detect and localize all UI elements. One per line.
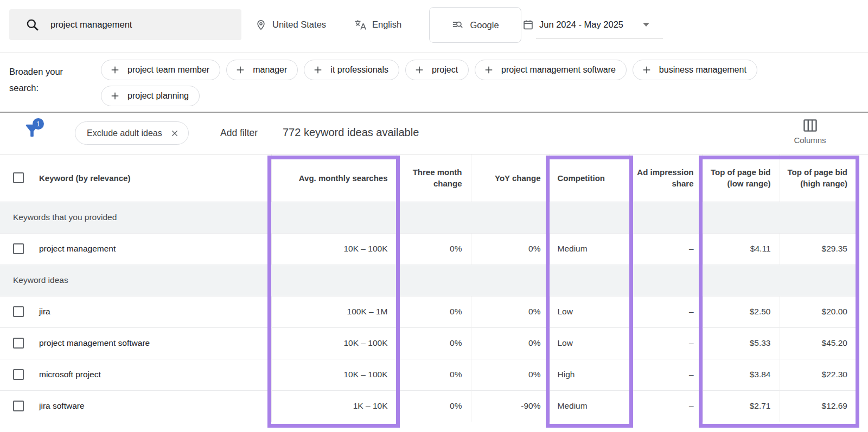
cell-yoy-change: 0% — [471, 233, 550, 265]
keyword-ideas-table: Keyword (by relevance) Avg. monthly sear… — [0, 154, 856, 422]
language-selector[interactable]: English — [354, 9, 401, 40]
plus-icon — [641, 65, 652, 75]
remove-filter-icon[interactable] — [170, 129, 179, 138]
cell-competition: Low — [550, 296, 629, 327]
keyword-text[interactable]: jira software — [39, 401, 85, 411]
column-header-ad-impression-share[interactable]: Ad impression share — [629, 154, 703, 202]
keyword-text[interactable]: jira — [39, 307, 50, 317]
column-header-top-of-page-bid-low[interactable]: Top of page bid (low range) — [703, 154, 780, 202]
search-input[interactable] — [50, 20, 229, 30]
column-header-three-month-change[interactable]: Three month change — [397, 154, 471, 202]
section-row: Keywords that you provided — [0, 202, 856, 233]
cell-bid-high: $22.30 — [780, 359, 856, 390]
date-range-label: Jun 2024 - May 2025 — [539, 20, 623, 30]
column-header-top-of-page-bid-high[interactable]: Top of page bid (high range) — [780, 154, 856, 202]
translate-icon — [354, 18, 367, 31]
keyword-text[interactable]: project management software — [39, 338, 150, 348]
cell-yoy-change: 0% — [471, 327, 550, 359]
calendar-icon — [522, 19, 534, 30]
columns-label: Columns — [794, 136, 826, 145]
row-checkbox[interactable] — [13, 369, 24, 380]
cell-three-month-change: 0% — [397, 390, 471, 422]
broaden-chip-label: manager — [253, 65, 287, 75]
broaden-chip[interactable]: it professionals — [304, 60, 399, 80]
cell-yoy-change: 0% — [471, 359, 550, 390]
keyword-planner-page: United States English Google — [0, 0, 868, 432]
active-filter-chip[interactable]: Exclude adult ideas — [75, 121, 189, 145]
broaden-chip-label: project team member — [127, 65, 209, 75]
broaden-chip[interactable]: manager — [226, 60, 298, 80]
cell-yoy-change: 0% — [471, 296, 550, 327]
broaden-chip[interactable]: project team member — [101, 60, 220, 80]
keyword-row: project management software10K – 100K0%0… — [0, 327, 856, 359]
cell-three-month-change: 0% — [397, 296, 471, 327]
keyword-search-box[interactable] — [9, 9, 241, 40]
column-header-competition[interactable]: Competition — [550, 154, 629, 202]
row-checkbox[interactable] — [13, 338, 24, 349]
plus-icon — [414, 65, 425, 75]
cell-competition: High — [550, 359, 629, 390]
cell-ad-impression-share: – — [629, 327, 703, 359]
broaden-chip[interactable]: project — [405, 60, 469, 80]
broaden-chip[interactable]: business management — [633, 60, 757, 80]
location-label: United States — [272, 20, 326, 30]
broaden-chip[interactable]: project management software — [475, 60, 627, 80]
search-network-icon — [451, 19, 464, 31]
plus-icon — [312, 65, 323, 75]
cell-three-month-change: 0% — [397, 233, 471, 265]
cell-bid-low: $4.11 — [703, 233, 780, 265]
section-label: Keyword ideas — [0, 265, 856, 296]
cell-bid-low: $5.33 — [703, 327, 780, 359]
cell-ad-impression-share: – — [629, 233, 703, 265]
column-header-keyword[interactable]: Keyword (by relevance) — [39, 172, 130, 184]
location-selector[interactable]: United States — [255, 9, 326, 40]
broaden-chip-label: project planning — [127, 91, 189, 101]
broaden-chip-label: business management — [659, 65, 746, 75]
broaden-chip-label: project — [432, 65, 458, 75]
filter-count-badge: 1 — [33, 118, 44, 130]
keyword-text[interactable]: project management — [39, 244, 116, 254]
row-checkbox[interactable] — [13, 306, 24, 317]
cell-bid-low: $2.71 — [703, 390, 780, 422]
keyword-text[interactable]: microsoft project — [39, 370, 101, 379]
cell-ad-impression-share: – — [629, 296, 703, 327]
keyword-row: microsoft project10K – 100K0%0%High–$3.8… — [0, 359, 856, 390]
add-filter-button[interactable]: Add filter — [220, 127, 258, 139]
keyword-row: project management10K – 100K0%0%Medium–$… — [0, 233, 856, 265]
cell-bid-high: $29.35 — [780, 233, 856, 265]
keyword-row: jira software1K – 10K0%-90%Medium–$2.71$… — [0, 390, 856, 422]
results-count-text: 772 keyword ideas available — [283, 126, 419, 139]
columns-button[interactable]: Columns — [788, 119, 832, 145]
columns-icon — [803, 119, 818, 132]
search-icon — [25, 18, 40, 32]
cell-competition: Medium — [550, 390, 629, 422]
cell-bid-high: $45.20 — [780, 327, 856, 359]
date-range-underline — [536, 38, 663, 39]
network-label: Google — [470, 20, 499, 30]
filter-button[interactable]: 1 — [23, 121, 51, 146]
topbar-divider — [0, 52, 868, 53]
chevron-down-icon — [643, 23, 649, 27]
column-header-avg-monthly-searches[interactable]: Avg. monthly searches — [271, 154, 397, 202]
plus-icon — [235, 65, 246, 75]
broaden-chip[interactable]: project planning — [101, 86, 200, 106]
broaden-chip-label: it professionals — [330, 65, 388, 75]
broaden-search-label: Broaden your search: — [9, 63, 88, 96]
network-selector-button[interactable]: Google — [429, 7, 521, 43]
cell-bid-high: $20.00 — [780, 296, 856, 327]
row-checkbox[interactable] — [13, 243, 24, 254]
table-header-row: Keyword (by relevance) Avg. monthly sear… — [0, 154, 856, 202]
column-header-yoy-change[interactable]: YoY change — [471, 154, 550, 202]
cell-avg-monthly-searches: 10K – 100K — [271, 233, 397, 265]
plus-icon — [110, 65, 120, 75]
row-checkbox[interactable] — [13, 401, 24, 411]
cell-bid-high: $12.69 — [780, 390, 856, 422]
date-range-selector[interactable]: Jun 2024 - May 2025 — [522, 9, 649, 40]
cell-ad-impression-share: – — [629, 359, 703, 390]
cell-avg-monthly-searches: 1K – 10K — [271, 390, 397, 422]
language-label: English — [372, 20, 401, 30]
cell-ad-impression-share: – — [629, 390, 703, 422]
section-divider — [0, 112, 868, 113]
select-all-checkbox[interactable] — [13, 172, 24, 183]
cell-competition: Medium — [550, 233, 629, 265]
